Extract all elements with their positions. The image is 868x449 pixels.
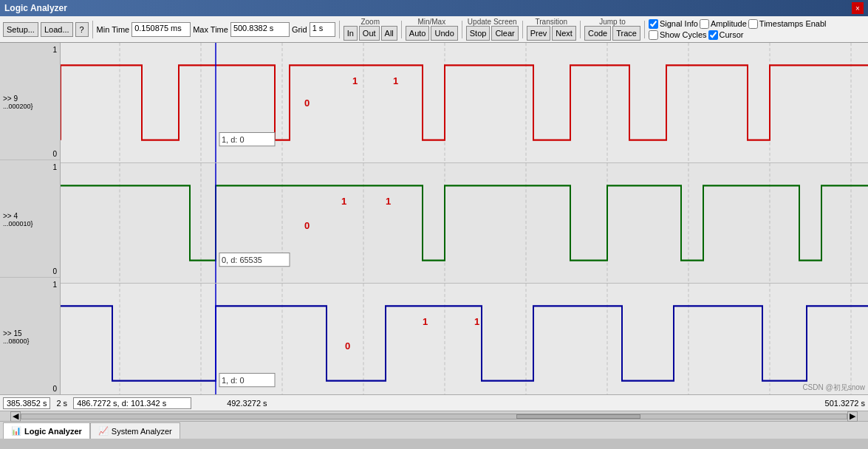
sep6 (580, 21, 581, 38)
ch2-low: 0 (3, 267, 57, 275)
ch3-low: 0 (3, 385, 57, 393)
status-mid-time: 492.3272 s (227, 399, 267, 408)
update-label: Update Screen (468, 18, 517, 26)
ch3-labels: >> 15 ...08000} (3, 329, 57, 345)
prev-button[interactable]: Prev (527, 26, 551, 41)
scroll-left-button[interactable]: ◀ (10, 411, 21, 422)
timestamps-checkbox[interactable] (748, 19, 758, 29)
main-area: 1 >> 9 ...000200} 0 1 >> 4 ...000010} 0 … (0, 43, 868, 394)
signal-info-row: Signal Info Amplitude Timestamps Enabl (649, 19, 827, 29)
close-button[interactable]: × (852, 2, 864, 14)
scrollbar-horizontal[interactable]: ◀ ▶ (0, 411, 868, 421)
ch1-low: 0 (3, 150, 57, 158)
grid-label: Grid (292, 25, 307, 34)
transition-group: Transition Prev Next (527, 18, 576, 41)
signal-row-ch2: 1 >> 4 ...000010} 0 (0, 160, 60, 278)
cursor-label: Cursor (720, 30, 744, 39)
tab-system-analyzer[interactable]: 📈 System Analyzer (90, 422, 180, 439)
svg-text:0: 0 (304, 97, 310, 109)
tab-label-system: System Analyzer (112, 427, 172, 436)
tab-bar: 📊 Logic Analyzer 📈 System Analyzer (0, 421, 868, 439)
update-buttons: Stop Clear (466, 26, 519, 41)
svg-text:1: 1 (352, 75, 358, 86)
minmax-group: Min/Max Auto Undo (406, 18, 458, 41)
amplitude-checkbox[interactable] (700, 19, 709, 29)
sep3 (401, 21, 402, 38)
timestamps-label: Timestamps Enabl (759, 19, 827, 28)
minmax-buttons: Auto Undo (406, 26, 458, 41)
auto-button[interactable]: Auto (406, 26, 430, 41)
help-button[interactable]: ? (75, 22, 89, 37)
status-bar: 385.3852 s 2 s 486.7272 s, d: 101.342 s … (0, 394, 868, 411)
waveform-ch1: 1, d: 0 0 1 1 (61, 43, 868, 163)
zoom-buttons: In Out All (344, 26, 397, 41)
waveform-display: 1, d: 0 0 1 1 (61, 43, 868, 394)
code-button[interactable]: Code (584, 26, 611, 41)
svg-text:0: 0 (345, 340, 350, 352)
zoom-label: Zoom (360, 18, 380, 26)
show-cycles-label: Show Cycles (660, 30, 707, 39)
checkboxes-group: Signal Info Amplitude Timestamps Enabl S… (649, 19, 827, 40)
max-time-label: Max Time (193, 25, 228, 34)
transition-buttons: Prev Next (527, 26, 576, 41)
zoom-out-button[interactable]: Out (359, 26, 380, 41)
signal-info-checkbox[interactable] (649, 19, 658, 29)
cursor-checkbox[interactable] (708, 30, 718, 40)
status-left-time: 385.3852 s (3, 397, 50, 409)
toolbar: Setup... Load... ? Min Time 0.150875 ms … (0, 16, 868, 43)
zoom-group: Zoom In Out All (344, 18, 397, 41)
tab-icon-system: 📈 (98, 426, 109, 436)
watermark: CSDN @初见snow (802, 383, 865, 393)
svg-text:0: 0 (304, 220, 310, 231)
min-time-value: 0.150875 ms (131, 22, 191, 37)
scrollbar-track[interactable] (21, 414, 847, 419)
setup-button[interactable]: Setup... (3, 22, 38, 37)
ch3-high: 1 (3, 281, 57, 289)
zoom-in-button[interactable]: In (344, 26, 358, 41)
minmax-label: Min/Max (417, 18, 445, 26)
status-cursor-time: 486.7272 s, d: 101.342 s (73, 397, 191, 409)
status-right-time: 501.3272 s (825, 399, 865, 408)
sep1 (92, 21, 93, 38)
svg-text:0,  d: 65535: 0, d: 65535 (222, 256, 262, 264)
update-group: Update Screen Stop Clear (466, 18, 519, 41)
jumpto-group: Jump to Code Trace (584, 18, 640, 41)
scrollbar-thumb[interactable] (516, 414, 640, 419)
sep2 (339, 21, 340, 38)
signal-row-ch1: 1 >> 9 ...000200} 0 (0, 43, 60, 160)
scroll-right-button[interactable]: ▶ (847, 411, 858, 422)
tab-logic-analyzer[interactable]: 📊 Logic Analyzer (3, 422, 90, 439)
waveform-svg-ch2: 0, d: 65535 0 1 1 (61, 163, 868, 283)
ch2-labels: >> 4 ...000010} (3, 212, 57, 227)
max-time-value: 500.8382 s (230, 22, 290, 37)
zoom-all-button[interactable]: All (381, 26, 397, 41)
trace-button[interactable]: Trace (612, 26, 640, 41)
svg-text:1: 1 (474, 316, 479, 327)
tab-label-logic: Logic Analyzer (24, 427, 82, 436)
min-time-label: Min Time (97, 25, 130, 34)
show-cycles-checkbox[interactable] (649, 30, 658, 40)
svg-text:1,  d: 0: 1, d: 0 (222, 135, 245, 144)
stop-button[interactable]: Stop (466, 26, 491, 41)
next-button[interactable]: Next (552, 26, 576, 41)
waveform-ch3: 1, d: 0 0 1 1 (61, 284, 868, 394)
svg-text:1: 1 (423, 316, 428, 327)
svg-text:1,  d: 0: 1, d: 0 (222, 376, 245, 385)
waveform-svg-ch1: 1, d: 0 0 1 1 (61, 43, 868, 162)
sep7 (644, 21, 645, 38)
waveform-svg-ch3: 1, d: 0 0 1 1 (61, 284, 868, 394)
sep5 (522, 21, 523, 38)
svg-text:1: 1 (341, 196, 346, 207)
signal-info-label: Signal Info (660, 19, 698, 28)
load-button[interactable]: Load... (41, 22, 73, 37)
show-cycles-row: Show Cycles Cursor (649, 30, 827, 40)
title-bar: Logic Analyzer × (0, 0, 868, 16)
ch2-high: 1 (3, 163, 57, 171)
waveform-ch2: 0, d: 65535 0 1 1 (61, 163, 868, 284)
undo-button[interactable]: Undo (431, 26, 457, 41)
transition-label: Transition (536, 18, 568, 26)
clear-button[interactable]: Clear (491, 26, 518, 41)
tab-icon-logic: 📊 (11, 426, 21, 436)
signal-row-ch3: 1 >> 15 ...08000} 0 (0, 278, 60, 394)
jumpto-buttons: Code Trace (584, 26, 640, 41)
